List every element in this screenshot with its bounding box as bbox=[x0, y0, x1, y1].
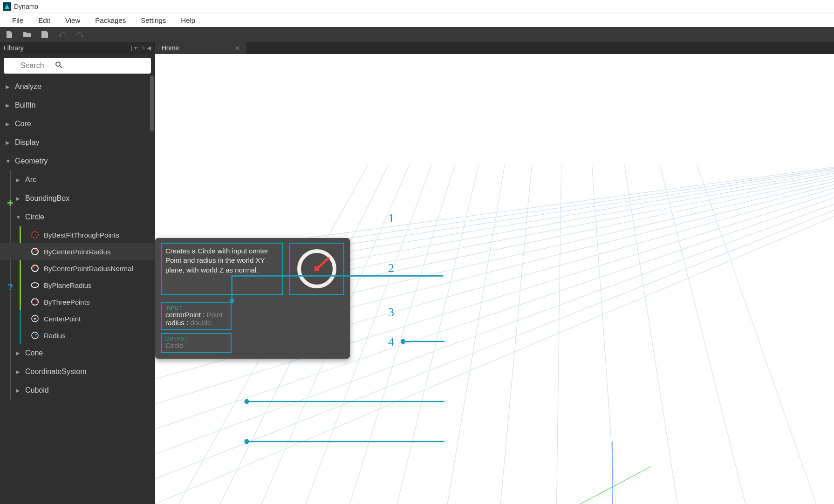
filter-icon[interactable]: | ▾ | bbox=[131, 45, 140, 51]
new-file-icon[interactable] bbox=[4, 29, 15, 40]
svg-line-43 bbox=[660, 165, 745, 504]
svg-line-44 bbox=[697, 165, 816, 504]
tree-item-builtin[interactable]: ▶BuiltIn bbox=[0, 96, 155, 115]
tree-item-geometry[interactable]: ▼Geometry bbox=[0, 152, 155, 170]
tree-item-display[interactable]: ▶Display bbox=[0, 133, 155, 152]
input-title: INPUT bbox=[165, 305, 227, 311]
tooltip-node-icon bbox=[289, 243, 344, 295]
menu-edit[interactable]: Edit bbox=[31, 14, 58, 26]
app-icon bbox=[3, 2, 11, 11]
circle-radius-icon bbox=[30, 246, 40, 257]
tree-item-cuboid[interactable]: ▶Cuboid bbox=[0, 381, 155, 400]
node-bycenterpointradius[interactable]: ByCenterPointRadius bbox=[0, 243, 155, 260]
svg-line-16 bbox=[35, 334, 38, 335]
search-input[interactable] bbox=[4, 58, 151, 74]
tree-item-circle[interactable]: ▼Circle bbox=[0, 208, 155, 226]
node-radius[interactable]: Radius bbox=[0, 327, 155, 344]
svg-line-5 bbox=[35, 249, 37, 252]
window-titlebar: Dynamo bbox=[0, 0, 834, 13]
node-byplaneradius[interactable]: ByPlaneRadius bbox=[0, 277, 155, 293]
circle-three-points-icon bbox=[30, 297, 40, 307]
workspace-canvas[interactable]: Creates a Circle with input center Point… bbox=[155, 54, 834, 504]
library-tree[interactable]: ▶Analyze ▶BuiltIn ▶Core ▶Display ▼Geomet… bbox=[0, 77, 155, 504]
circle-dashed-icon bbox=[30, 230, 40, 240]
menu-view[interactable]: View bbox=[58, 14, 88, 26]
library-panel: Library | ▾ | ≡ ◀ ▶Analyze ▶BuiltIn ▶Cor… bbox=[0, 42, 155, 504]
annotation-4: 4 bbox=[388, 335, 394, 349]
annotation-2: 2 bbox=[388, 261, 394, 275]
close-tab-icon[interactable]: ✕ bbox=[235, 45, 240, 52]
tab-home[interactable]: Home ✕ bbox=[155, 42, 247, 54]
svg-line-7 bbox=[32, 266, 35, 268]
tree-item-cone[interactable]: ▶Cone bbox=[0, 344, 155, 362]
view-mode-icon[interactable]: ≡ bbox=[142, 45, 145, 51]
menu-settings[interactable]: Settings bbox=[133, 14, 173, 26]
tooltip-input-block: INPUT centerPoint : Point radius : doubl… bbox=[161, 302, 232, 330]
svg-line-40 bbox=[557, 165, 561, 504]
toolbar bbox=[0, 27, 834, 42]
undo-icon[interactable] bbox=[57, 29, 68, 40]
create-node-plus-icon[interactable]: + bbox=[5, 198, 16, 209]
svg-line-39 bbox=[500, 165, 532, 504]
node-centerpoint[interactable]: CenterPoint bbox=[0, 310, 155, 327]
svg-point-8 bbox=[31, 283, 39, 287]
tab-label: Home bbox=[162, 44, 179, 52]
tree-item-coordinatesystem[interactable]: ▶CoordinateSystem bbox=[0, 362, 155, 381]
menubar: File Edit View Packages Settings Help bbox=[0, 13, 834, 27]
window-title: Dynamo bbox=[14, 3, 38, 10]
open-file-icon[interactable] bbox=[21, 29, 33, 40]
redo-icon[interactable] bbox=[75, 29, 86, 40]
node-bybestfitthroughpoints[interactable]: ByBestFitThroughPoints bbox=[0, 226, 155, 243]
save-icon[interactable] bbox=[39, 29, 50, 40]
circle-normal-icon bbox=[30, 263, 40, 273]
menu-help[interactable]: Help bbox=[173, 14, 203, 26]
output-title: OUTPUT bbox=[165, 336, 227, 341]
svg-point-10 bbox=[34, 298, 36, 300]
annotation-1: 1 bbox=[388, 211, 394, 225]
tabbar: Home ✕ bbox=[155, 42, 834, 54]
svg-line-38 bbox=[447, 165, 505, 504]
svg-rect-49 bbox=[314, 266, 319, 271]
library-scrollbar[interactable] bbox=[150, 75, 154, 131]
tree-item-core[interactable]: ▶Core bbox=[0, 115, 155, 133]
tree-item-analyze[interactable]: ▶Analyze bbox=[0, 77, 155, 96]
circle-plane-icon bbox=[30, 280, 40, 290]
node-bycenterpointradiusnormal[interactable]: ByCenterPointRadiusNormal bbox=[0, 260, 155, 277]
svg-point-12 bbox=[37, 303, 39, 305]
annotation-3: 3 bbox=[388, 306, 394, 320]
svg-line-36 bbox=[350, 165, 454, 504]
tree-item-arc[interactable]: ▶Arc bbox=[0, 170, 155, 189]
svg-point-3 bbox=[32, 232, 38, 238]
svg-line-37 bbox=[397, 165, 479, 504]
node-tooltip-panel: Creates a Circle with input center Point… bbox=[155, 238, 350, 359]
tooltip-output-block: OUTPUT Circle bbox=[161, 333, 232, 353]
library-header-icons: | ▾ | ≡ ◀ bbox=[131, 45, 151, 51]
svg-point-14 bbox=[34, 318, 36, 320]
svg-line-42 bbox=[624, 165, 677, 504]
svg-point-11 bbox=[32, 303, 33, 305]
circle-center-icon bbox=[30, 313, 40, 324]
library-header: Library | ▾ | ≡ ◀ bbox=[0, 42, 155, 54]
collapse-icon[interactable]: ◀ bbox=[147, 45, 151, 51]
svg-marker-0 bbox=[5, 4, 10, 9]
menu-packages[interactable]: Packages bbox=[88, 14, 133, 26]
menu-file[interactable]: File bbox=[5, 14, 31, 26]
tooltip-description: Creates a Circle with input center Point… bbox=[161, 243, 283, 295]
circle-radius-query-icon bbox=[30, 330, 40, 341]
query-nodes-help-icon[interactable]: ? bbox=[5, 281, 16, 293]
svg-line-46 bbox=[580, 467, 651, 504]
svg-line-41 bbox=[592, 165, 616, 504]
node-bythreepoints[interactable]: ByThreePoints bbox=[0, 293, 155, 310]
library-title: Library bbox=[4, 44, 24, 52]
tree-item-boundingbox[interactable]: ▶BoundingBox bbox=[0, 189, 155, 208]
